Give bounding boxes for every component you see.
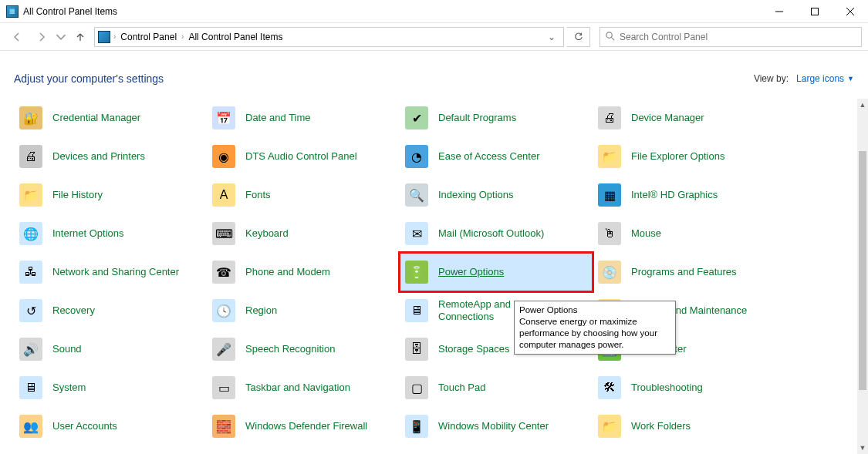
control-panel-item[interactable]: 🔍Indexing Options [400, 176, 593, 214]
search-input[interactable] [620, 32, 856, 42]
control-panel-item[interactable]: 📁Work Folders [593, 407, 785, 446]
item-label: Credential Manager [52, 112, 140, 124]
tooltip: Power Options Conserve energy or maximiz… [514, 301, 676, 355]
address-dropdown-icon[interactable]: ⌄ [543, 32, 560, 42]
search-box[interactable] [599, 27, 862, 47]
control-panel-item[interactable]: ☎Phone and Modem [207, 253, 400, 291]
maximize-button[interactable] [797, 0, 833, 23]
control-panel-item[interactable]: ◔Ease of Access Center [400, 137, 593, 176]
control-panel-item[interactable]: ✔Default Programs [400, 99, 593, 137]
svg-line-5 [611, 37, 614, 40]
close-button[interactable] [833, 0, 868, 23]
item-icon: 📁 [597, 414, 622, 439]
refresh-button[interactable] [567, 27, 590, 47]
control-panel-item[interactable]: 📱Windows Mobility Center [400, 407, 593, 446]
control-panel-item[interactable]: 🖨Devices and Printers [14, 137, 207, 176]
control-panel-item[interactable]: 🕓Region [207, 291, 400, 330]
item-label: Troubleshooting [631, 382, 703, 394]
scroll-down-button[interactable]: ▼ [857, 442, 868, 454]
control-panel-item[interactable]: 📁File Explorer Options [593, 137, 785, 176]
item-label: Date and Time [245, 112, 311, 124]
scroll-up-button[interactable]: ▲ [857, 99, 868, 111]
item-icon: 🖨 [19, 144, 43, 169]
item-icon: 🔍 [404, 183, 429, 207]
item-label: Devices and Printers [52, 150, 145, 163]
recent-locations-dropdown[interactable] [56, 26, 66, 48]
item-icon: ☎ [211, 260, 236, 284]
control-panel-item[interactable]: 🎤Speech Recognition [207, 330, 400, 368]
item-icon: ▢ [404, 375, 429, 400]
up-button[interactable] [69, 26, 91, 48]
svg-point-4 [606, 32, 612, 37]
control-panel-item[interactable]: 🛠Troubleshooting [593, 368, 785, 407]
control-panel-item[interactable]: 🖥System [14, 368, 207, 407]
item-icon: 🎤 [211, 337, 236, 362]
breadcrumb-root[interactable]: Control Panel [119, 32, 178, 42]
item-icon: ⌨ [211, 221, 236, 246]
item-label: User Accounts [52, 420, 117, 432]
control-panel-item[interactable]: 🌐Internet Options [14, 214, 207, 253]
chevron-right-icon[interactable]: › [113, 32, 116, 41]
back-button[interactable] [6, 26, 28, 48]
item-label: Windows Defender Firewall [245, 420, 367, 432]
forward-button[interactable] [31, 26, 52, 48]
control-panel-item[interactable]: ⌨Keyboard [207, 214, 400, 253]
chevron-down-icon: ▼ [847, 75, 854, 82]
breadcrumb-current[interactable]: All Control Panel Items [187, 32, 284, 42]
item-label: Touch Pad [438, 382, 485, 394]
control-panel-item[interactable]: 🖱Mouse [593, 214, 785, 253]
item-icon: 📅 [211, 106, 236, 130]
scroll-thumb[interactable] [859, 151, 866, 390]
control-panel-item[interactable]: 🧱Windows Defender Firewall [207, 407, 400, 446]
svg-rect-1 [812, 8, 819, 15]
view-by-label: View by: [754, 73, 789, 84]
control-panel-item[interactable]: ▭Taskbar and Navigation [207, 368, 400, 407]
control-panel-item[interactable]: ↺Recovery [14, 291, 207, 330]
item-icon: ✉ [404, 221, 429, 246]
vertical-scrollbar[interactable]: ▲ ▼ [857, 99, 868, 454]
control-panel-item[interactable]: ✉Mail (Microsoft Outlook) [400, 214, 593, 253]
item-icon: 🖨 [597, 106, 622, 130]
item-label: Intel® HD Graphics [631, 189, 718, 201]
item-label: Default Programs [438, 112, 516, 124]
item-icon: 🖥 [404, 298, 429, 323]
item-icon: 🔊 [19, 337, 43, 362]
control-panel-grid: 🔐Credential Manager📅Date and Time✔Defaul… [14, 99, 857, 446]
control-panel-item[interactable]: 📁File History [14, 176, 207, 214]
chevron-right-icon[interactable]: › [181, 32, 184, 41]
item-icon: 🛠 [597, 375, 622, 400]
view-by-select[interactable]: Large icons ▼ [796, 73, 854, 84]
item-icon: 💿 [597, 260, 622, 284]
item-icon: ◔ [404, 144, 429, 169]
control-panel-item[interactable]: ▦Intel® HD Graphics [593, 176, 785, 214]
minimize-button[interactable] [762, 0, 797, 23]
item-icon: 🖧 [19, 260, 43, 284]
item-label: DTS Audio Control Panel [245, 150, 357, 163]
item-icon: 🗄 [404, 337, 429, 362]
control-panel-item[interactable]: ◉DTS Audio Control Panel [207, 137, 400, 176]
page-title: Adjust your computer's settings [14, 72, 164, 85]
item-icon: 🔋 [404, 260, 429, 284]
control-panel-item[interactable]: 🔐Credential Manager [14, 99, 207, 137]
address-bar[interactable]: › Control Panel › All Control Panel Item… [94, 27, 564, 47]
control-panel-item[interactable]: 🖨Device Manager [593, 99, 785, 137]
item-icon: A [211, 183, 236, 207]
item-label: Mail (Microsoft Outlook) [438, 227, 544, 240]
item-icon: ✔ [404, 106, 429, 130]
control-panel-item[interactable]: 🔊Sound [14, 330, 207, 368]
tooltip-body: Conserve energy or maximize performance … [519, 317, 657, 349]
search-icon [605, 31, 615, 43]
title-bar: ▦ All Control Panel Items [0, 0, 868, 23]
control-panel-item[interactable]: 🔋Power Options [400, 253, 593, 291]
item-label: Internet Options [52, 227, 124, 240]
control-panel-item[interactable]: 📅Date and Time [207, 99, 400, 137]
control-panel-item[interactable]: AFonts [207, 176, 400, 214]
control-panel-item[interactable]: 👥User Accounts [14, 407, 207, 446]
control-panel-item[interactable]: 🖧Network and Sharing Center [14, 253, 207, 291]
header-row: Adjust your computer's settings View by:… [0, 51, 868, 105]
item-label: Recovery [52, 304, 95, 317]
item-icon: 🌐 [19, 221, 43, 246]
control-panel-item[interactable]: ▢Touch Pad [400, 368, 593, 407]
content-area: 🔐Credential Manager📅Date and Time✔Defaul… [0, 99, 857, 454]
control-panel-item[interactable]: 💿Programs and Features [593, 253, 785, 291]
